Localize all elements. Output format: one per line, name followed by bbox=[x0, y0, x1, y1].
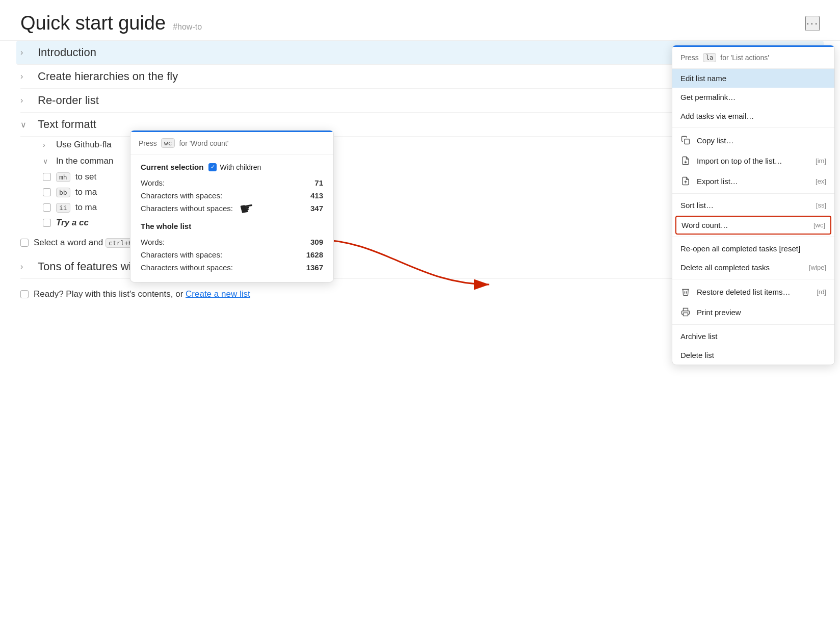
chars-spaces-label: Characters with spaces: bbox=[141, 191, 222, 200]
checkbox-ii[interactable] bbox=[43, 203, 51, 212]
item-label: Create hierarchies on the fly bbox=[38, 70, 178, 83]
menu-item-label: Sort list… bbox=[680, 201, 714, 210]
menu-item-reopen[interactable]: Re-open all completed tasks [reset] bbox=[672, 239, 834, 258]
kbd-ii: ii bbox=[56, 203, 70, 213]
whole-list-label: The whole list bbox=[141, 222, 191, 230]
chars-nospaces-row: Characters without spaces: 347 bbox=[141, 202, 323, 215]
menu-item-add-email[interactable]: Add tasks via email… bbox=[672, 107, 834, 125]
page-title: Quick start guide bbox=[20, 12, 166, 34]
checkbox-try[interactable] bbox=[43, 219, 51, 227]
whole-chars-spaces-row: Characters with spaces: 1628 bbox=[141, 248, 323, 261]
menu-divider-4 bbox=[672, 279, 834, 279]
menu-item-label: Archive list bbox=[680, 332, 718, 341]
menu-item-sort[interactable]: Sort list… [ss] bbox=[672, 196, 834, 215]
menu-divider-5 bbox=[672, 324, 834, 325]
menu-item-copy-list[interactable]: Copy list… bbox=[672, 130, 834, 150]
chars-spaces-value: 413 bbox=[310, 191, 323, 200]
svg-rect-3 bbox=[684, 313, 688, 316]
chevron-right-icon[interactable]: › bbox=[20, 96, 31, 105]
whole-words-row: Words: 309 bbox=[141, 236, 323, 248]
menu-item-delete-completed[interactable]: Delete all completed tasks [wipe] bbox=[672, 258, 834, 277]
whole-chars-spaces-value: 1628 bbox=[306, 250, 323, 259]
menu-item-label: Delete list bbox=[680, 351, 714, 359]
item-label: Introduction bbox=[38, 46, 96, 59]
more-button[interactable]: ··· bbox=[805, 16, 820, 31]
checkbox-ready[interactable] bbox=[20, 290, 29, 298]
checkbox-mh[interactable] bbox=[43, 173, 51, 181]
sub-item-label: In the comman bbox=[56, 156, 113, 166]
menu-item-permalink[interactable]: Get permalink… bbox=[672, 88, 834, 107]
menu-item-archive[interactable]: Archive list bbox=[672, 327, 834, 346]
current-selection-label: Current selection bbox=[141, 163, 203, 171]
whole-list-title: The whole list bbox=[141, 222, 323, 230]
chevron-down-icon[interactable]: ∨ bbox=[43, 157, 51, 165]
header-for-text: for 'List actions' bbox=[720, 54, 769, 62]
item-label: Text formatt bbox=[38, 118, 96, 131]
menu-item-restore[interactable]: Restore deleted list items… [rd] bbox=[672, 281, 834, 302]
word-count-popup: Press wc for 'Word count' Current select… bbox=[130, 130, 334, 282]
rd-shortcut: [rd] bbox=[817, 288, 826, 296]
checkbox-bb[interactable] bbox=[43, 188, 51, 196]
with-children-checkbox[interactable]: ✓ bbox=[208, 163, 217, 171]
context-menu-list-actions: Press la for 'List actions' Edit list na… bbox=[672, 45, 835, 365]
menu-item-word-count[interactable]: Word count… [wc] bbox=[675, 216, 831, 235]
menu-item-export[interactable]: Export list… [ex] bbox=[672, 171, 834, 191]
menu-item-label: Import on top of the list… bbox=[697, 157, 782, 165]
menu-item-label: Export list… bbox=[697, 177, 738, 186]
menu-item-label: Edit list name bbox=[680, 74, 726, 83]
popup-header-press: Press bbox=[139, 139, 157, 147]
menu-divider bbox=[672, 127, 834, 128]
chevron-down-icon[interactable]: ∨ bbox=[20, 120, 31, 130]
with-children-label: With children bbox=[220, 163, 261, 171]
sub-item-label: Use Github-fla bbox=[56, 140, 112, 150]
menu-item-label: Restore deleted list items… bbox=[697, 288, 790, 296]
kbd-bb: bb bbox=[56, 188, 70, 197]
popup-body: Current selection ✓ With children Words:… bbox=[130, 154, 333, 282]
export-shortcut: [ex] bbox=[816, 177, 826, 185]
checkbox-footer[interactable] bbox=[20, 239, 29, 247]
whole-words-value: 309 bbox=[310, 238, 323, 246]
page-tag: #how-to bbox=[173, 22, 202, 32]
popup-header: Press wc for 'Word count' bbox=[130, 132, 333, 154]
whole-chars-spaces-label: Characters with spaces: bbox=[141, 250, 222, 259]
popup-header-for: for 'Word count' bbox=[179, 139, 228, 147]
print-icon bbox=[680, 307, 691, 317]
popup-header-kbd: wc bbox=[161, 138, 175, 148]
svg-rect-0 bbox=[685, 139, 690, 144]
menu-item-label: Copy list… bbox=[697, 136, 734, 145]
whole-chars-nospaces-value: 1367 bbox=[306, 263, 323, 272]
menu-item-delete-list[interactable]: Delete list bbox=[672, 346, 834, 365]
chars-spaces-row: Characters with spaces: 413 bbox=[141, 189, 323, 202]
menu-item-label: Add tasks via email… bbox=[680, 112, 754, 120]
current-selection-title: Current selection ✓ With children bbox=[141, 163, 323, 171]
menu-item-import[interactable]: Import on top of the list… [im] bbox=[672, 150, 834, 171]
words-label: Words: bbox=[141, 178, 165, 187]
menu-item-label: Get permalink… bbox=[680, 93, 736, 101]
copy-icon bbox=[680, 135, 691, 145]
section-gap bbox=[141, 215, 323, 222]
item-label: Re-order list bbox=[38, 94, 99, 107]
menu-divider-2 bbox=[672, 193, 834, 194]
chars-nospaces-value: 347 bbox=[310, 204, 323, 213]
ready-text: Ready? Play with this list's contents, o… bbox=[34, 289, 250, 299]
words-row: Words: 71 bbox=[141, 176, 323, 189]
whole-chars-nospaces-row: Characters without spaces: 1367 bbox=[141, 261, 323, 274]
wipe-shortcut: [wipe] bbox=[809, 264, 826, 271]
header-press-text: Press bbox=[680, 54, 699, 62]
chevron-right-icon[interactable]: › bbox=[20, 48, 31, 57]
item-label: to ma bbox=[75, 202, 97, 213]
chevron-right-icon[interactable]: › bbox=[43, 141, 51, 149]
restore-icon bbox=[680, 287, 691, 297]
sort-shortcut: [ss] bbox=[816, 201, 826, 209]
menu-item-print[interactable]: Print preview bbox=[672, 302, 834, 322]
header-kbd-badge: la bbox=[703, 53, 716, 62]
create-new-list-link[interactable]: Create a new list bbox=[186, 289, 250, 299]
wc-shortcut: [wc] bbox=[813, 221, 825, 229]
page-header: Quick start guide #how-to ··· bbox=[0, 0, 840, 41]
menu-item-edit-name[interactable]: Edit list name bbox=[672, 69, 834, 88]
chevron-right-icon[interactable]: › bbox=[20, 262, 31, 271]
chevron-right-icon[interactable]: › bbox=[20, 72, 31, 81]
item-label: to ma bbox=[75, 187, 97, 197]
export-icon bbox=[680, 176, 691, 186]
chars-nospaces-label: Characters without spaces: bbox=[141, 204, 233, 213]
